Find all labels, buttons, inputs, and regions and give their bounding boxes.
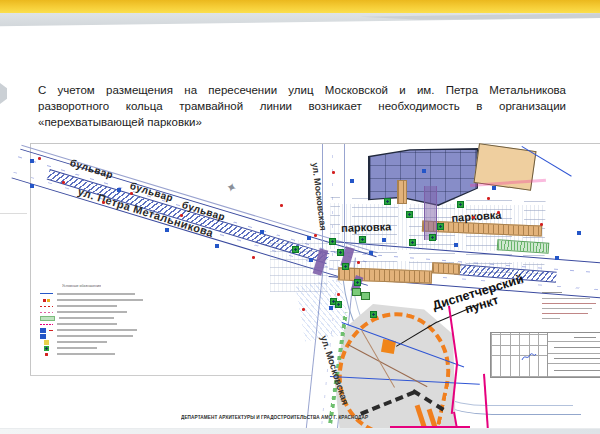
red-marker	[332, 171, 335, 174]
green-marker	[384, 198, 391, 205]
blue-marker	[369, 251, 373, 255]
intro-line-3: «перехватывающей парковки»	[38, 114, 566, 130]
blue-marker	[309, 258, 313, 262]
green-marker	[292, 246, 299, 253]
header-gray-band	[0, 13, 600, 30]
red-marker	[302, 308, 305, 311]
red-marker	[497, 211, 500, 214]
bottom-strip	[0, 428, 600, 434]
green-marker	[359, 236, 366, 243]
red-marker	[280, 204, 283, 207]
blue-marker	[577, 231, 581, 235]
green-marker	[335, 301, 342, 308]
site-plan-map: бульвар бульвар бульвар ул. Петра Металь…	[30, 143, 600, 434]
blue-marker	[382, 238, 386, 242]
green-marker	[337, 249, 344, 256]
green-marker	[342, 263, 349, 270]
red-marker	[62, 181, 65, 184]
intro-line-1: С учетом размещения на пересечении улиц …	[38, 82, 566, 98]
blue-marker	[117, 188, 121, 192]
green-marker	[457, 201, 464, 208]
blue-marker	[555, 256, 559, 260]
red-marker	[102, 201, 105, 204]
blue-marker	[165, 228, 169, 232]
blue-marker	[350, 179, 354, 183]
blue-marker	[215, 244, 219, 248]
green-marker	[429, 234, 436, 241]
red-marker	[252, 256, 255, 259]
red-marker	[38, 157, 41, 160]
blue-marker	[454, 243, 458, 247]
green-marker	[354, 279, 361, 286]
blue-marker	[492, 186, 496, 190]
green-marker	[409, 239, 416, 246]
blue-marker	[30, 159, 34, 163]
green-marker	[329, 238, 336, 245]
top-accent-bar	[0, 0, 600, 13]
red-marker	[487, 197, 490, 200]
blue-marker	[307, 236, 311, 240]
map-markers-layer	[30, 144, 600, 434]
blue-marker	[260, 230, 264, 234]
red-marker	[472, 216, 475, 219]
intro-line-2: разворотного кольца трамвайной линии воз…	[38, 98, 566, 114]
presentation-slide: С учетом размещения на пересечении улиц …	[0, 0, 600, 434]
red-marker	[130, 192, 133, 195]
left-edge-wedge	[0, 83, 7, 104]
red-marker	[357, 261, 360, 264]
red-marker	[180, 214, 183, 217]
green-marker	[406, 211, 413, 218]
red-marker	[540, 223, 543, 226]
red-marker	[337, 293, 340, 296]
blue-marker	[30, 184, 34, 188]
footer-text: ДЕПАРТАМЕНТ АРХИТЕКТУРЫ И ГРАДОСТРОИТЕЛЬ…	[181, 415, 368, 420]
intro-paragraph: С учетом размещения на пересечении улиц …	[38, 82, 566, 130]
red-marker	[314, 234, 317, 237]
left-divider-line	[0, 213, 27, 214]
green-marker	[437, 223, 444, 230]
blue-marker	[329, 306, 333, 310]
green-marker	[370, 311, 377, 318]
blue-marker	[422, 169, 426, 173]
